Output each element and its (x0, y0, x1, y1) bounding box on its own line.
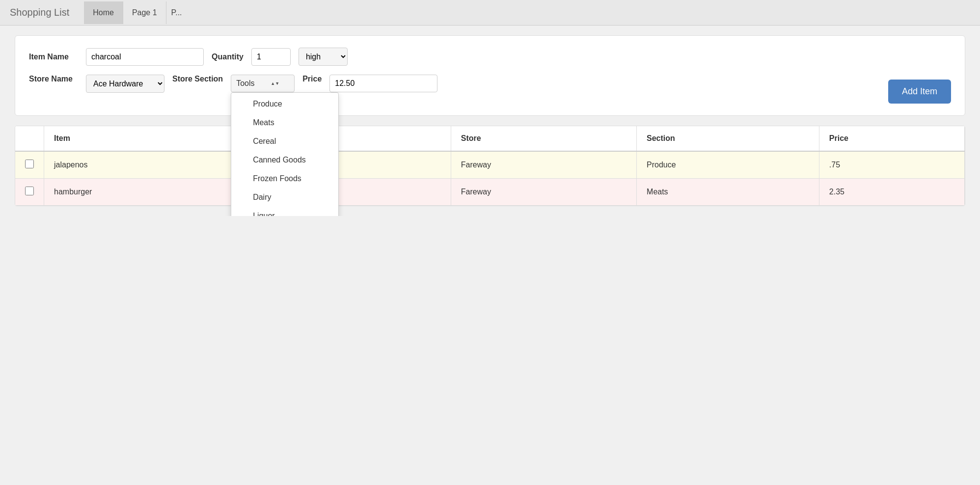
checkmark-liquor (241, 212, 249, 216)
col-header-checkbox (15, 126, 44, 151)
dropdown-item-canned-goods[interactable]: Canned Goods (231, 151, 338, 169)
col-header-item: Item (44, 126, 259, 151)
col-header-price: Price (819, 126, 964, 151)
dropdown-item-frozen-foods[interactable]: Frozen Foods (231, 169, 338, 188)
add-item-button[interactable]: Add Item (888, 80, 951, 104)
row2-price: 2.35 (819, 179, 964, 206)
form-row-2: Store Name Fareway Ace Hardware Target W… (29, 75, 951, 93)
checkmark-canned-goods (241, 156, 249, 164)
dropdown-item-cereal[interactable]: Cereal (231, 132, 338, 151)
row1-price: .75 (819, 151, 964, 179)
dropdown-item-produce[interactable]: Produce (231, 95, 338, 113)
items-table: Item Quantity Store Section Price jalape… (15, 126, 965, 206)
dropdown-item-liquor[interactable]: Liquor (231, 207, 338, 216)
row1-checkbox-cell (15, 151, 44, 179)
row2-checkbox[interactable] (25, 187, 34, 195)
row1-store: Fareway (451, 151, 636, 179)
store-section-select[interactable]: Tools (231, 75, 295, 92)
table-row: hamburger 1 Fareway Meats 2.35 (15, 179, 965, 206)
row2-item: hamburger (44, 179, 259, 206)
checkmark-produce (241, 100, 249, 108)
item-name-label: Item Name (29, 53, 78, 61)
checkmark-dairy (241, 193, 249, 201)
table-header-row: Item Quantity Store Section Price (15, 126, 965, 151)
col-header-section: Section (637, 126, 819, 151)
row2-checkbox-cell (15, 179, 44, 206)
store-section-label: Store Section (172, 75, 223, 83)
tab-page2-partial[interactable]: P... (166, 1, 187, 24)
checkmark-meats (241, 119, 249, 127)
form-panel: Item Name Quantity low medium high Store… (15, 35, 965, 116)
item-name-input[interactable] (86, 48, 204, 66)
row2-store: Fareway (451, 179, 636, 206)
row1-item: jalapenos (44, 151, 259, 179)
tab-bar: Shopping List Home Page 1 P... (0, 0, 980, 26)
table-row: jalapenos 1 Fareway Produce .75 (15, 151, 965, 179)
priority-select[interactable]: low medium high (299, 48, 348, 66)
store-section-wrapper: Tools Produce Meats Cereal C (231, 75, 295, 92)
col-header-store: Store (451, 126, 636, 151)
price-label: Price (302, 75, 322, 83)
tab-page1[interactable]: Page 1 (123, 1, 166, 24)
quantity-input[interactable] (251, 48, 291, 66)
row1-checkbox[interactable] (25, 160, 34, 168)
store-name-label: Store Name (29, 75, 78, 83)
store-section-dropdown: Produce Meats Cereal Canned Goods Frozen (231, 92, 339, 216)
price-input[interactable] (329, 75, 437, 92)
quantity-label: Quantity (212, 53, 244, 61)
store-name-select[interactable]: Fareway Ace Hardware Target Walmart (86, 75, 164, 93)
checkmark-cereal (241, 137, 249, 145)
row2-section: Meats (637, 179, 819, 206)
form-row-1: Item Name Quantity low medium high (29, 48, 951, 66)
checkmark-frozen-foods (241, 175, 249, 183)
dropdown-item-dairy[interactable]: Dairy (231, 188, 338, 207)
items-table-container: Item Quantity Store Section Price jalape… (15, 126, 965, 206)
app-title: Shopping List (5, 0, 74, 25)
dropdown-item-meats[interactable]: Meats (231, 113, 338, 132)
row1-section: Produce (637, 151, 819, 179)
tab-home[interactable]: Home (84, 1, 123, 24)
